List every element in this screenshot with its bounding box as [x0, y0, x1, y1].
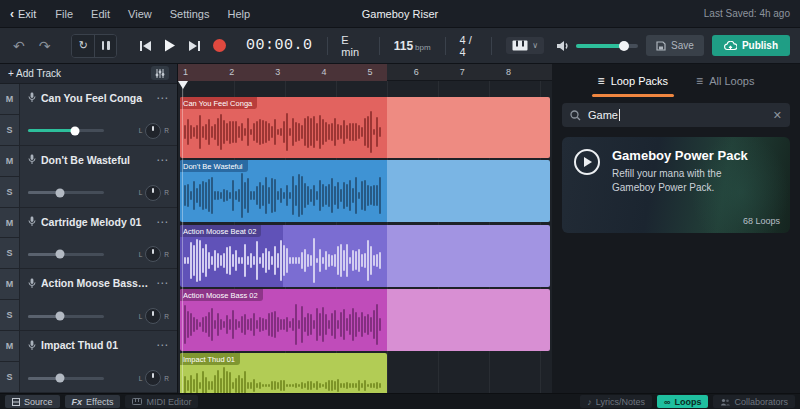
solo-button[interactable]: S — [0, 238, 19, 268]
pan-left-label: L — [139, 251, 143, 258]
microphone-icon — [28, 154, 36, 165]
track-volume-slider[interactable] — [28, 129, 104, 132]
solo-button[interactable]: S — [0, 177, 19, 207]
audio-region[interactable]: Impact Thud 01 — [180, 353, 387, 393]
volume-knob[interactable] — [619, 41, 629, 51]
search-icon — [570, 110, 581, 121]
pan-knob[interactable] — [145, 308, 161, 324]
mute-solo-column: M S — [0, 331, 20, 392]
timeline[interactable]: 12345678 Can You Feel Conga Don't Be Was… — [178, 64, 552, 393]
loop-metronome-group: ↻ — [71, 34, 117, 58]
menubar: ‹ Exit File Edit View Settings Help Game… — [0, 0, 800, 28]
metronome-button[interactable] — [94, 35, 116, 57]
pack-play-button[interactable] — [574, 149, 600, 175]
audio-region[interactable]: Don't Be Wasteful — [180, 160, 550, 222]
menu-edit[interactable]: Edit — [82, 8, 119, 20]
track-row: M S Don't Be Wasteful ⋯ L R — [0, 146, 177, 208]
lyrics-notes-tab[interactable]: ♪ Lyrics/Notes — [580, 395, 652, 408]
loops-tab[interactable]: ∞ Loops — [657, 395, 708, 408]
save-button[interactable]: Save — [646, 35, 704, 56]
piano-icon — [132, 398, 142, 405]
volume-fill — [576, 44, 624, 48]
play-button[interactable] — [164, 39, 176, 52]
clear-search-icon[interactable]: ✕ — [773, 109, 782, 122]
track-content: Don't Be Wasteful ⋯ L R — [20, 146, 177, 207]
solo-button[interactable]: S — [0, 362, 19, 392]
pan-knob[interactable] — [145, 246, 161, 262]
track-options-icon[interactable]: ⋯ — [156, 338, 169, 352]
waveform — [184, 109, 382, 155]
redo-icon[interactable]: ↷ — [36, 38, 54, 54]
solo-button[interactable]: S — [0, 300, 19, 330]
collaborators-tab[interactable]: Collaborators — [713, 395, 795, 408]
playhead-marker[interactable] — [178, 81, 188, 89]
menu-view[interactable]: View — [119, 8, 161, 20]
pan-control[interactable]: L R — [139, 308, 169, 324]
track-volume-slider[interactable] — [28, 253, 104, 256]
pan-knob[interactable] — [145, 185, 161, 201]
tab-all-loops[interactable]: ≡ All Loops — [696, 74, 754, 97]
loop-toggle-button[interactable]: ↻ — [72, 35, 94, 57]
track-volume-slider[interactable] — [28, 377, 104, 380]
midi-editor-tab[interactable]: MIDI Editor — [125, 395, 198, 408]
audio-region[interactable]: Can You Feel Conga — [180, 97, 550, 158]
solo-button[interactable]: S — [0, 115, 19, 145]
skip-back-button[interactable] — [139, 40, 152, 52]
track-content: Action Moose Bass 02 ⋯ L R — [20, 269, 177, 330]
divider — [379, 37, 380, 55]
key-signature-button[interactable]: E min — [341, 34, 365, 58]
instrument-selector-button[interactable]: ∨ — [506, 37, 544, 54]
pack-loop-count: 68 Loops — [743, 216, 780, 226]
back-chevron-icon: ‹ — [10, 7, 14, 21]
record-button[interactable] — [213, 39, 226, 52]
time-signature-button[interactable]: 4 / 4 — [459, 34, 477, 58]
microphone-icon — [28, 216, 36, 227]
fx-effects-tab[interactable]: Fx Effects — [65, 395, 121, 408]
pan-control[interactable]: L R — [139, 185, 169, 201]
track-row: M S Cartridge Melody 01 ⋯ L R — [0, 208, 177, 270]
waveform — [184, 172, 382, 219]
volume-slider[interactable] — [576, 44, 638, 48]
pan-control[interactable]: L R — [139, 123, 169, 139]
track-options-icon[interactable]: ⋯ — [156, 276, 169, 290]
audio-region[interactable]: Action Moose Beat 02 — [180, 225, 550, 287]
pan-knob[interactable] — [145, 123, 161, 139]
timeline-ruler[interactable]: 12345678 — [178, 64, 552, 81]
menu-settings[interactable]: Settings — [161, 8, 219, 20]
list-icon: ≡ — [598, 74, 605, 88]
tab-loop-packs[interactable]: ≡ Loop Packs — [598, 74, 669, 97]
menu-help[interactable]: Help — [218, 8, 259, 20]
pan-control[interactable]: L R — [139, 246, 169, 262]
pan-right-label: R — [164, 313, 169, 320]
pan-control[interactable]: L R — [139, 370, 169, 386]
exit-button[interactable]: ‹ Exit — [10, 7, 46, 21]
tracks-panel: + Add Track M S Can You Feel Conga ⋯ — [0, 64, 178, 393]
time-display: 00:00.0 — [246, 37, 313, 54]
publish-button[interactable]: Publish — [712, 35, 790, 56]
bar-numbers: 12345678 — [178, 64, 552, 81]
undo-icon[interactable]: ↶ — [10, 38, 28, 54]
track-volume-slider[interactable] — [28, 191, 104, 194]
loop-pack-card[interactable]: Gameboy Power Pack Refill your mana with… — [562, 137, 790, 233]
pan-knob[interactable] — [145, 370, 161, 386]
mixer-button[interactable] — [151, 66, 169, 80]
track-options-icon[interactable]: ⋯ — [156, 91, 169, 105]
track-options-icon[interactable]: ⋯ — [156, 153, 169, 167]
main-area: + Add Track M S Can You Feel Conga ⋯ — [0, 64, 800, 393]
bpm-button[interactable]: 115bpm — [394, 39, 431, 53]
loops-search-input[interactable]: Game ✕ — [562, 103, 790, 127]
add-track-button[interactable]: + Add Track — [8, 68, 61, 79]
mute-button[interactable]: M — [0, 146, 19, 177]
mute-button[interactable]: M — [0, 269, 19, 300]
region-tail — [387, 97, 550, 158]
track-volume-slider[interactable] — [28, 315, 104, 318]
skip-forward-button[interactable] — [188, 40, 201, 52]
track-options-icon[interactable]: ⋯ — [156, 215, 169, 229]
loops-panel: ≡ Loop Packs ≡ All Loops Game ✕ Gameboy … — [552, 64, 800, 393]
source-tab[interactable]: Source — [5, 395, 60, 408]
audio-region[interactable]: Action Moose Bass 02 — [180, 289, 550, 351]
mute-button[interactable]: M — [0, 331, 19, 362]
menu-file[interactable]: File — [46, 8, 82, 20]
mute-button[interactable]: M — [0, 208, 19, 239]
mute-button[interactable]: M — [0, 84, 19, 115]
